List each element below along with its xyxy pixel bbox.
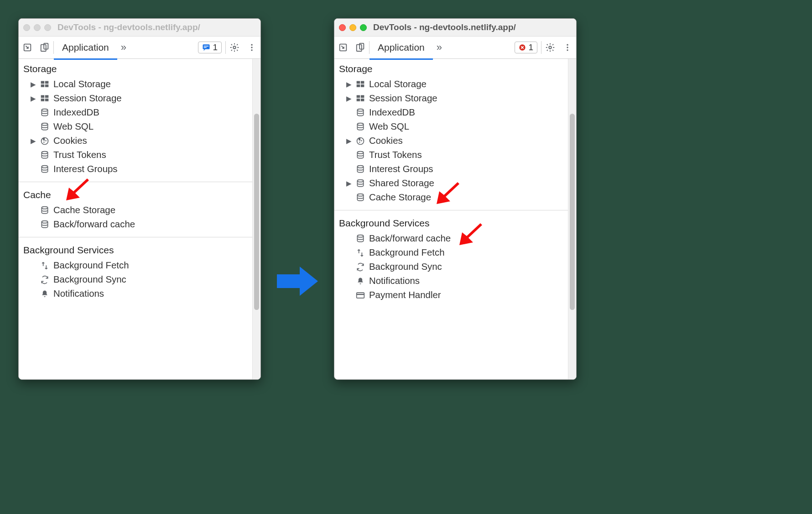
caret-icon[interactable]: ▶ (346, 94, 352, 103)
caret-icon[interactable]: ▶ (31, 80, 36, 89)
tab-application[interactable]: Application (54, 37, 117, 60)
db-icon (355, 122, 365, 131)
traffic-min-icon[interactable] (34, 24, 41, 31)
tree-item[interactable]: Cache Storage (19, 203, 260, 217)
tree-item-label: Local Storage (369, 79, 427, 89)
tree-item-label: Web SQL (369, 121, 409, 132)
caret-icon[interactable]: ▶ (346, 80, 352, 89)
titlebar[interactable]: DevTools - ng-devtools.netlify.app/ (19, 19, 260, 37)
db-icon (40, 108, 50, 117)
fetch-icon (355, 248, 365, 257)
section-title: Storage (19, 59, 260, 77)
section-title: Storage (334, 59, 576, 77)
db-icon (355, 193, 365, 202)
toolbar: Application » 1 (334, 37, 576, 59)
tree-item[interactable]: Background Sync (334, 260, 576, 274)
db-icon (40, 151, 50, 160)
tree-item[interactable]: ▶Local Storage (334, 77, 576, 91)
more-icon[interactable] (559, 43, 576, 52)
bell-icon (355, 277, 365, 286)
caret-icon[interactable]: ▶ (31, 137, 36, 145)
more-tabs-icon[interactable]: » (117, 42, 130, 53)
tree-item-label: Shared Storage (369, 178, 434, 189)
db-icon (355, 151, 365, 160)
traffic-lights[interactable] (23, 24, 51, 31)
device-icon[interactable] (352, 42, 369, 52)
tree-item[interactable]: Web SQL (19, 120, 260, 134)
db-icon (355, 179, 365, 188)
grid-icon (40, 94, 50, 103)
tree-item-label: Payment Handler (369, 290, 441, 300)
sidebar: Storage▶Local Storage▶Session StorageInd… (334, 59, 576, 379)
tree-item[interactable]: Notifications (19, 287, 260, 301)
traffic-max-icon[interactable] (360, 24, 367, 31)
tree-item[interactable]: Back/forward cache (19, 217, 260, 231)
errors-badge[interactable]: 1 (515, 42, 537, 53)
db-icon (40, 220, 50, 229)
tree-item-label: Trust Tokens (53, 150, 106, 160)
tree-item-label: Session Storage (53, 93, 122, 104)
tree-item-label: Background Fetch (369, 247, 445, 258)
card-icon (355, 291, 365, 300)
tree-item[interactable]: Background Fetch (19, 258, 260, 273)
tree-item[interactable]: Web SQL (334, 120, 576, 134)
tree-item[interactable]: Interest Groups (19, 162, 260, 176)
tab-application[interactable]: Application (370, 37, 433, 60)
cookie-icon (40, 136, 50, 146)
traffic-close-icon[interactable] (339, 24, 346, 31)
traffic-max-icon[interactable] (44, 24, 51, 31)
tree-item[interactable]: ▶Session Storage (334, 91, 576, 105)
gear-icon[interactable] (541, 42, 559, 52)
tree-item[interactable]: Back/forward cache (334, 231, 576, 246)
traffic-close-icon[interactable] (23, 24, 30, 31)
tree-item[interactable]: Trust Tokens (19, 148, 260, 162)
more-tabs-icon[interactable]: » (433, 42, 446, 53)
db-icon (40, 122, 50, 131)
tree-item[interactable]: IndexedDB (334, 105, 576, 120)
more-icon[interactable] (243, 43, 260, 52)
tree-item[interactable]: Background Fetch (334, 246, 576, 260)
window-title: DevTools - ng-devtools.netlify.app/ (57, 22, 200, 32)
tree-item-label: Notifications (369, 276, 420, 286)
tree-item[interactable]: Background Sync (19, 273, 260, 287)
tree-item-label: Notifications (53, 288, 104, 299)
window-right: DevTools - ng-devtools.netlify.app/ Appl… (334, 18, 577, 380)
tree-item[interactable]: Cache Storage (334, 190, 576, 205)
tree-item[interactable]: Trust Tokens (334, 148, 576, 162)
bell-icon (40, 289, 50, 299)
section-title: Cache (19, 185, 260, 203)
sync-icon (355, 262, 365, 272)
caret-icon[interactable]: ▶ (31, 94, 36, 103)
issues-badge[interactable]: 1 (198, 42, 222, 53)
tree-item[interactable]: Interest Groups (334, 162, 576, 176)
tree-item[interactable]: Payment Handler (334, 288, 576, 302)
titlebar[interactable]: DevTools - ng-devtools.netlify.app/ (334, 19, 576, 37)
tree-item[interactable]: ▶Cookies (334, 134, 576, 148)
tree-item-label: Cache Storage (369, 192, 431, 203)
tree-item-label: Interest Groups (369, 164, 433, 174)
tree-item-label: Background Sync (369, 262, 442, 272)
inspect-icon[interactable] (19, 42, 36, 52)
sidebar: Storage▶Local Storage▶Session StorageInd… (19, 59, 260, 379)
grid-icon (40, 80, 50, 89)
tree-item-label: Cookies (369, 136, 403, 146)
inspect-icon[interactable] (334, 42, 352, 52)
gear-icon[interactable] (226, 42, 243, 52)
device-icon[interactable] (36, 42, 53, 52)
caret-icon[interactable]: ▶ (346, 137, 352, 145)
caret-icon[interactable]: ▶ (346, 179, 352, 188)
tree-item[interactable]: ▶Cookies (19, 134, 260, 148)
tree-item-label: Cookies (53, 136, 87, 146)
tree-item[interactable]: Notifications (334, 274, 576, 288)
tree-item[interactable]: ▶Session Storage (19, 91, 260, 105)
traffic-lights[interactable] (339, 24, 367, 31)
db-icon (40, 206, 50, 215)
tree-item[interactable]: IndexedDB (19, 105, 260, 120)
grid-icon (355, 80, 365, 89)
tree-item-label: Back/forward cache (369, 233, 451, 244)
tree-item[interactable]: ▶Local Storage (19, 77, 260, 91)
db-icon (355, 108, 365, 117)
grid-icon (355, 94, 365, 103)
tree-item[interactable]: ▶Shared Storage (334, 176, 576, 190)
traffic-min-icon[interactable] (349, 24, 356, 31)
